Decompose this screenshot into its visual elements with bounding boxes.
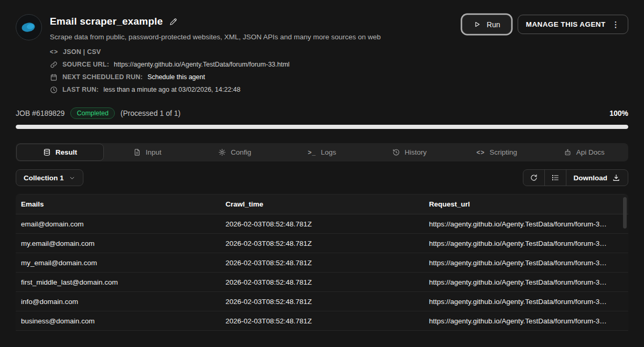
last-run-row: LAST RUN: less than a minute ago at 03/0… xyxy=(50,83,462,96)
tab-input-label: Input xyxy=(146,148,162,156)
column-header-emails[interactable]: Emails xyxy=(16,200,220,208)
cell-email: business@domain.com xyxy=(16,317,220,325)
database-icon xyxy=(43,148,51,156)
run-button-label: Run xyxy=(487,20,500,29)
refresh-icon xyxy=(530,174,538,182)
tab-scripting-label: Scripting xyxy=(489,148,517,156)
source-url-label: SOURCE URL: xyxy=(62,61,109,68)
cell-email: email@domain.com xyxy=(16,220,220,228)
refresh-button[interactable] xyxy=(523,170,544,186)
result-table: Emails Crawl_time Request_url email@doma… xyxy=(16,194,628,331)
kebab-menu-icon[interactable]: ⋮ xyxy=(612,20,620,29)
status-badge: Completed xyxy=(70,107,114,119)
agent-avatar xyxy=(16,14,42,40)
cell-crawl-time: 2026-02-03T08:52:48.781Z xyxy=(220,278,424,286)
cell-request-url: https://agenty.github.io/Agenty.TestData… xyxy=(424,259,628,267)
formats-label: JSON | CSV xyxy=(63,48,101,56)
api-robot-icon xyxy=(564,148,572,156)
cell-email: info@domain.com xyxy=(16,298,220,306)
manage-agent-label: MANAGE THIS AGENT xyxy=(526,20,606,28)
header: Email scraper_example Scrape data from p… xyxy=(16,0,628,96)
terminal-icon: >_ xyxy=(308,149,316,156)
table-scrollbar[interactable] xyxy=(623,197,627,229)
manage-agent-button[interactable]: MANAGE THIS AGENT ⋮ xyxy=(518,15,628,34)
cell-crawl-time: 2026-02-03T08:52:48.781Z xyxy=(220,240,424,247)
table-row[interactable]: email@domain.com 2026-02-03T08:52:48.781… xyxy=(16,214,628,234)
cell-email: my_email@domain.com xyxy=(16,259,220,267)
history-icon xyxy=(392,148,400,156)
cell-request-url: https://agenty.github.io/Agenty.TestData… xyxy=(424,317,628,325)
cell-email: first_middle_last@domain.com xyxy=(16,278,220,286)
cell-crawl-time: 2026-02-03T08:52:48.781Z xyxy=(220,259,424,267)
code-brackets-icon: <> xyxy=(476,149,485,156)
schedule-agent-link[interactable]: Schedule this agent xyxy=(147,73,205,81)
next-run-row: NEXT SCHEDULED RUN: Schedule this agent xyxy=(50,71,462,83)
formats-row: <> JSON | CSV xyxy=(50,46,462,58)
run-button[interactable]: Run xyxy=(462,15,511,34)
file-icon xyxy=(133,148,141,156)
play-icon xyxy=(473,20,481,28)
table-row[interactable]: my.email@domain.com 2026-02-03T08:52:48.… xyxy=(16,234,628,253)
tab-config[interactable]: Config xyxy=(191,144,278,161)
progress-bar xyxy=(16,125,628,129)
download-button[interactable]: Download xyxy=(566,170,628,186)
result-actions-group: Download xyxy=(523,169,629,186)
avatar-blob-icon xyxy=(16,15,41,40)
tab-result-label: Result xyxy=(56,148,77,156)
list-icon xyxy=(551,174,560,182)
calendar-icon xyxy=(50,73,58,81)
gear-icon xyxy=(218,148,226,156)
table-header-row: Emails Crawl_time Request_url xyxy=(16,194,628,214)
tab-history-label: History xyxy=(405,148,427,156)
agent-description: Scrape data from public, password-protec… xyxy=(50,33,462,41)
cell-crawl-time: 2026-02-03T08:52:48.781Z xyxy=(220,298,424,306)
edit-title-icon[interactable] xyxy=(169,17,178,26)
table-row[interactable]: business@domain.com 2026-02-03T08:52:48.… xyxy=(16,311,628,331)
last-run-value: less than a minute ago at 03/02/2026, 14… xyxy=(103,86,240,93)
page-title: Email scraper_example xyxy=(50,16,163,27)
download-icon xyxy=(612,174,620,182)
tab-logs-label: Logs xyxy=(321,148,336,156)
tab-input[interactable]: Input xyxy=(104,144,191,161)
cell-request-url: https://agenty.github.io/Agenty.TestData… xyxy=(424,278,628,286)
cell-email: my.email@domain.com xyxy=(16,240,220,247)
list-view-button[interactable] xyxy=(544,170,566,186)
next-run-label: NEXT SCHEDULED RUN: xyxy=(62,73,143,81)
table-row[interactable]: my_email@domain.com 2026-02-03T08:52:48.… xyxy=(16,253,628,273)
result-toolbar: Collection 1 Download xyxy=(16,169,628,186)
tab-result[interactable]: Result xyxy=(16,144,104,161)
cell-request-url: https://agenty.github.io/Agenty.TestData… xyxy=(424,298,628,306)
collection-dropdown[interactable]: Collection 1 xyxy=(16,169,83,186)
column-header-crawl-time[interactable]: Crawl_time xyxy=(220,200,424,208)
last-run-label: LAST RUN: xyxy=(62,86,99,93)
agent-page: Email scraper_example Scrape data from p… xyxy=(0,0,644,347)
tab-scripting[interactable]: <> Scripting xyxy=(453,144,541,161)
tab-history[interactable]: History xyxy=(366,144,453,161)
tab-logs[interactable]: >_ Logs xyxy=(278,144,366,161)
processed-count: (Processed 1 of 1) xyxy=(121,109,180,117)
cell-request-url: https://agenty.github.io/Agenty.TestData… xyxy=(424,220,628,228)
clock-icon xyxy=(50,86,58,94)
source-url-row: SOURCE URL: https://agenty.github.io/Age… xyxy=(50,58,462,71)
code-icon: <> xyxy=(50,48,58,56)
cell-request-url: https://agenty.github.io/Agenty.TestData… xyxy=(424,240,628,247)
header-actions: Run MANAGE THIS AGENT ⋮ xyxy=(462,15,628,34)
collection-dropdown-label: Collection 1 xyxy=(24,174,64,182)
cell-crawl-time: 2026-02-03T08:52:48.781Z xyxy=(220,220,424,228)
chevron-down-icon xyxy=(69,175,76,181)
table-row[interactable]: first_middle_last@domain.com 2026-02-03T… xyxy=(16,273,628,292)
link-icon xyxy=(50,61,58,69)
progress-bar-fill xyxy=(16,125,628,129)
tab-api-docs[interactable]: Api Docs xyxy=(540,144,628,161)
download-button-label: Download xyxy=(574,174,608,182)
tab-api-docs-label: Api Docs xyxy=(576,148,605,156)
source-url-value[interactable]: https://agenty.github.io/Agenty.TestData… xyxy=(114,61,289,68)
job-id: JOB #6189829 xyxy=(16,109,65,117)
tab-config-label: Config xyxy=(231,148,251,156)
job-status-row: JOB #6189829 Completed (Processed 1 of 1… xyxy=(16,107,628,119)
table-row[interactable]: info@domain.com 2026-02-03T08:52:48.781Z… xyxy=(16,292,628,311)
progress-percent: 100% xyxy=(609,109,628,117)
cell-crawl-time: 2026-02-03T08:52:48.781Z xyxy=(220,317,424,325)
column-header-request-url[interactable]: Request_url xyxy=(424,200,628,208)
tab-bar: Result Input Config >_ Logs History <> S… xyxy=(16,143,628,161)
